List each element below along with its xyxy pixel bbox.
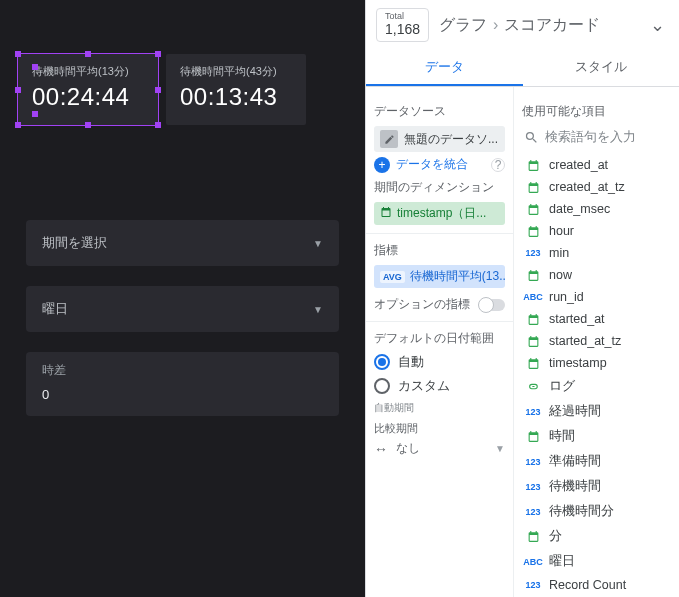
field-item[interactable]: started_at <box>522 308 671 330</box>
radio-checked-icon <box>374 354 390 370</box>
total-box[interactable]: Total 1,168 <box>376 8 429 42</box>
metric-section-label: 指標 <box>374 242 505 259</box>
metric-chip[interactable]: AVG 待機時間平均(13... <box>374 265 505 288</box>
compare-period-select[interactable]: ↔ なし ▼ <box>374 440 505 457</box>
pencil-icon[interactable] <box>380 130 398 148</box>
field-item[interactable]: 時間 <box>522 424 671 449</box>
compare-arrow-icon: ↔ <box>374 441 388 457</box>
report-canvas[interactable]: 待機時間平均(13分) 00:24:44 待機時間平均(43分) 00:13:4… <box>0 0 365 597</box>
radio-unchecked-icon <box>374 378 390 394</box>
field-label: 待機時間 <box>549 478 601 495</box>
total-value: 1,168 <box>385 21 420 37</box>
field-item[interactable]: 123準備時間 <box>522 449 671 474</box>
config-column: データソース 無題のデータソ... + データを統合 ? 期間のディメンション … <box>366 87 514 597</box>
text-icon: ABC <box>524 555 542 569</box>
calendar-icon <box>524 430 542 444</box>
optional-metric-toggle[interactable] <box>479 299 505 311</box>
calendar-icon <box>524 530 542 544</box>
blend-data-button[interactable]: + データを統合 ? <box>374 156 505 173</box>
field-item[interactable]: ログ <box>522 374 671 399</box>
offset-control[interactable]: 時差 0 <box>26 352 339 416</box>
chevron-right-icon: › <box>493 16 498 34</box>
field-label: 待機時間分 <box>549 503 614 520</box>
auto-period-label: 自動期間 <box>374 401 505 415</box>
calendar-icon <box>524 224 542 238</box>
calendar-icon <box>524 356 542 370</box>
field-item[interactable]: created_at <box>522 154 671 176</box>
field-label: now <box>549 268 572 282</box>
datasource-section-label: データソース <box>374 103 505 120</box>
field-item[interactable]: 分 <box>522 524 671 549</box>
search-icon <box>524 130 539 145</box>
calendar-icon <box>524 334 542 348</box>
field-label: started_at_tz <box>549 334 621 348</box>
field-item[interactable]: date_msec <box>522 198 671 220</box>
range-auto-label: 自動 <box>398 353 424 371</box>
compare-value: なし <box>396 440 420 457</box>
expand-icon[interactable]: ⌄ <box>646 10 669 40</box>
range-custom-label: カスタム <box>398 377 450 395</box>
field-search[interactable]: 検索語句を入力 <box>522 126 671 154</box>
metric-name: 待機時間平均(13... <box>410 268 505 285</box>
datasource-chip[interactable]: 無題のデータソ... <box>374 126 505 152</box>
calendar-icon <box>524 180 542 194</box>
period-dimension-name: timestamp（日... <box>397 205 486 222</box>
panel-tabs: データ スタイル <box>366 48 679 87</box>
date-range-control[interactable]: 期間を選択 ▼ <box>26 220 339 266</box>
field-label: min <box>549 246 569 260</box>
field-item[interactable]: 123待機時間分 <box>522 499 671 524</box>
field-item[interactable]: ABCrun_id <box>522 286 671 308</box>
calendar-icon <box>524 202 542 216</box>
scorecard-value: 00:24:44 <box>32 83 144 111</box>
tab-data[interactable]: データ <box>366 48 523 86</box>
field-label: 分 <box>549 528 562 545</box>
offset-value: 0 <box>42 387 323 402</box>
breadcrumb-chart[interactable]: グラフ <box>439 15 487 36</box>
field-label: 曜日 <box>549 553 575 570</box>
help-icon[interactable]: ? <box>491 158 505 172</box>
scorecard-label: 待機時間平均(13分) <box>32 64 144 79</box>
field-label: run_id <box>549 290 584 304</box>
field-label: created_at_tz <box>549 180 625 194</box>
field-label: ログ <box>549 378 575 395</box>
field-label: started_at <box>549 312 605 326</box>
weekday-control[interactable]: 曜日 ▼ <box>26 286 339 332</box>
period-dimension-chip[interactable]: timestamp（日... <box>374 202 505 225</box>
plus-icon: + <box>374 157 390 173</box>
field-item[interactable]: ABC曜日 <box>522 549 671 574</box>
field-item[interactable]: timestamp <box>522 352 671 374</box>
field-item[interactable]: 123Record Count <box>522 574 671 596</box>
number-icon: 123 <box>524 246 542 260</box>
search-placeholder: 検索語句を入力 <box>545 128 636 146</box>
range-custom-radio[interactable]: カスタム <box>374 377 505 395</box>
fields-list: created_atcreated_at_tzdate_msechour123m… <box>522 154 671 597</box>
scorecard-selected[interactable]: 待機時間平均(13分) 00:24:44 <box>18 54 158 125</box>
tab-style[interactable]: スタイル <box>523 48 680 86</box>
weekday-label: 曜日 <box>42 300 68 318</box>
field-item[interactable]: hour <box>522 220 671 242</box>
properties-panel: Total 1,168 グラフ › スコアカード ⌄ データ スタイル データソ… <box>365 0 679 597</box>
link-icon <box>524 380 542 394</box>
field-item[interactable]: 123min <box>522 242 671 264</box>
calendar-icon <box>524 312 542 326</box>
calendar-icon <box>524 158 542 172</box>
period-dimension-label: 期間のディメンション <box>374 179 505 196</box>
chevron-down-icon: ▼ <box>495 443 505 454</box>
number-icon: 123 <box>524 405 542 419</box>
field-item[interactable]: 123待機時間 <box>522 474 671 499</box>
scorecard[interactable]: 待機時間平均(43分) 00:13:43 <box>166 54 306 125</box>
field-item[interactable]: created_at_tz <box>522 176 671 198</box>
field-item[interactable]: 123経過時間 <box>522 399 671 424</box>
number-icon: 123 <box>524 578 542 592</box>
field-label: 準備時間 <box>549 453 601 470</box>
number-icon: 123 <box>524 455 542 469</box>
calendar-icon <box>524 268 542 282</box>
field-label: timestamp <box>549 356 607 370</box>
field-item[interactable]: started_at_tz <box>522 330 671 352</box>
field-item[interactable]: now <box>522 264 671 286</box>
text-icon: ABC <box>524 290 542 304</box>
range-auto-radio[interactable]: 自動 <box>374 353 505 371</box>
blend-label: データを統合 <box>396 156 468 173</box>
scorecard-label: 待機時間平均(43分) <box>180 64 292 79</box>
breadcrumb-scorecard[interactable]: スコアカード <box>504 15 600 36</box>
